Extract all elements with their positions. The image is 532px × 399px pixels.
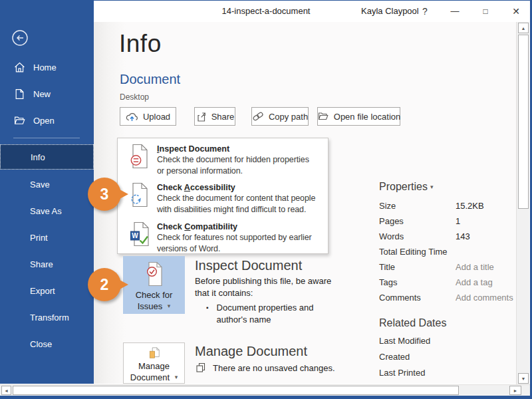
copy-path-button[interactable]: Copy path [251, 107, 309, 126]
home-icon [14, 62, 25, 73]
sidebar-item-new[interactable]: New [0, 82, 94, 105]
related-dates-heading: Related Dates [379, 317, 446, 329]
property-label: Title [379, 262, 395, 272]
menu-item-description: or personal information. [157, 166, 309, 177]
related-date-label: Last Printed [379, 368, 425, 378]
sidebar-item-share[interactable]: Share [0, 253, 94, 275]
new-document-icon [14, 88, 25, 100]
property-label: Pages [379, 216, 404, 226]
sidebar-item-export[interactable]: Export [0, 279, 94, 302]
open-file-location-label: Open file location [334, 112, 400, 122]
copy-path-label: Copy path [269, 112, 308, 122]
property-label: Tags [379, 277, 397, 287]
bullet-icon: ▪ [206, 302, 209, 326]
menu-item-check-compatibility[interactable]: W Check Compatibility Check for features… [130, 221, 323, 254]
horizontal-scrollbar[interactable]: ◄ ► [0, 384, 530, 396]
back-arrow-icon [11, 29, 29, 47]
close-button[interactable]: ✕ [501, 1, 531, 21]
property-label: Words [379, 231, 404, 241]
open-file-location-button[interactable]: Open file location [317, 107, 400, 126]
vertical-scrollbar-thumb[interactable] [518, 35, 529, 209]
inspect-document-icon [130, 144, 150, 169]
share-button[interactable]: Share [194, 107, 235, 126]
menu-item-inspect-document[interactable]: Inspect Document Check the document for … [130, 144, 323, 176]
check-accessibility-icon [130, 182, 150, 207]
sidebar-item-label: Open [33, 116, 55, 126]
sidebar-item-save[interactable]: Save [0, 173, 94, 196]
sidebar-item-label: Transform [30, 313, 69, 323]
menu-item-description: versions of Word. [157, 243, 312, 255]
scroll-up-icon[interactable]: ▲ [518, 23, 529, 33]
add-tag-field[interactable]: Add a tag [456, 277, 493, 287]
check-for-issues-icon [144, 261, 164, 287]
sidebar-item-close[interactable]: Close [0, 332, 94, 355]
menu-item-title: Check Accessibility [157, 182, 315, 193]
chevron-down-icon: ▾ [430, 184, 434, 190]
upload-label: Upload [143, 112, 170, 122]
sidebar-item-label: Save [30, 180, 50, 190]
sidebar-item-label: Home [33, 63, 57, 72]
related-date-label: Created [379, 352, 410, 362]
maximize-button[interactable]: □ [470, 1, 501, 21]
document-name: Document [120, 72, 180, 87]
property-value: 143 [456, 231, 470, 241]
sidebar-item-label: Info [31, 152, 45, 162]
property-label: Comments [379, 293, 421, 303]
sidebar-item-home[interactable]: Home [0, 56, 94, 78]
share-label: Share [211, 112, 235, 122]
sidebar-item-info[interactable]: Info [0, 144, 94, 170]
manage-document-button[interactable]: Manage Document ▾ [123, 342, 185, 384]
dropdown-caret-icon: ▾ [168, 303, 171, 309]
manage-document-label: Manage Document ▾ [130, 361, 178, 383]
sidebar-divider [13, 138, 80, 138]
sidebar-item-label: Export [30, 286, 55, 296]
related-date-label: Last Modified [379, 336, 430, 346]
upload-button[interactable]: Upload [120, 107, 176, 126]
property-value: 1 [456, 216, 460, 226]
sidebar-item-label: Print [30, 233, 48, 243]
properties-heading[interactable]: Properties▾ [379, 181, 433, 193]
menu-item-description: Check for features not supported by earl… [157, 232, 312, 243]
help-icon[interactable]: ? [418, 3, 432, 19]
sidebar-item-print[interactable]: Print [0, 226, 94, 249]
menu-item-description: Check the document for content that peop… [157, 193, 315, 204]
step-badge-2: 2 [88, 268, 121, 301]
minimize-button[interactable]: — [440, 1, 470, 21]
property-label: Total Editing Time [379, 247, 448, 257]
share-icon [196, 111, 207, 122]
sidebar-item-save-as[interactable]: Save As [0, 200, 94, 222]
inspect-bullet-item: ▪ Document properties and author's name [206, 302, 314, 326]
sidebar-item-transform[interactable]: Transform [0, 306, 94, 329]
property-label: Size [379, 201, 396, 211]
menu-item-description: with disabilities might find difficult t… [157, 204, 315, 215]
versions-icon [195, 362, 207, 374]
check-for-issues-menu: Inspect Document Check the document for … [117, 138, 329, 254]
window-border-top [0, 0, 532, 1]
check-for-issues-button[interactable]: Check for Issues ▾ [123, 256, 185, 314]
back-button[interactable] [11, 29, 29, 47]
dropdown-caret-icon: ▾ [175, 374, 178, 380]
step-badge-3: 3 [88, 178, 121, 211]
manage-document-heading: Manage Document [195, 344, 307, 359]
open-folder-icon [14, 115, 25, 126]
svg-text:W: W [132, 232, 138, 239]
menu-item-check-accessibility[interactable]: Check Accessibility Check the document f… [130, 182, 323, 215]
scroll-down-icon[interactable]: ▼ [518, 373, 529, 384]
unsaved-changes-status: There are no unsaved changes. [195, 362, 335, 374]
add-comments-field[interactable]: Add comments [456, 293, 513, 303]
check-for-issues-label: Check for Issues ▾ [136, 289, 173, 312]
check-compatibility-icon: W [130, 221, 150, 247]
window-border-bottom [0, 396, 532, 399]
add-title-field[interactable]: Add a title [456, 262, 494, 272]
upload-cloud-icon [126, 112, 138, 122]
sidebar-item-label: New [33, 89, 51, 99]
word-backstage-window: 14-inspect-a-document Kayla Claypool ? —… [0, 0, 532, 399]
inspect-document-description: Before publishing this file, be aware th… [195, 275, 331, 299]
vertical-scrollbar[interactable]: ▲ ▼ [516, 22, 529, 384]
scroll-left-icon[interactable]: ◄ [1, 386, 11, 395]
folder-icon [317, 111, 329, 122]
account-name[interactable]: Kayla Claypool [361, 6, 419, 16]
horizontal-scrollbar-thumb[interactable] [13, 386, 459, 395]
scroll-right-icon[interactable]: ► [509, 386, 521, 395]
sidebar-item-open[interactable]: Open [0, 109, 94, 132]
